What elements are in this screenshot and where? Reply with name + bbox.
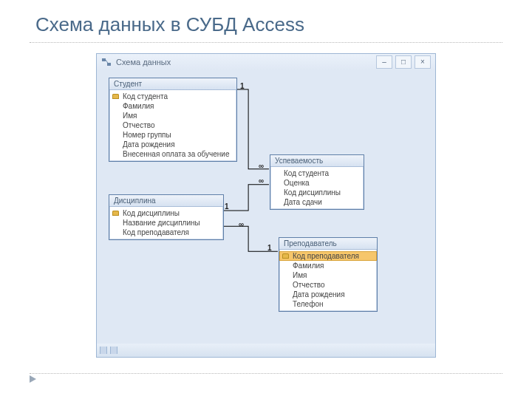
table-field[interactable]: Название дисциплины [109,218,223,228]
table-field[interactable]: Отчество [109,120,236,130]
relationships-window: Схема данных – □ × 1 ∞ 1 ∞ ∞ 1 Студент К… [96,53,436,358]
cardinality-infinity-icon: ∞ [239,220,244,228]
maximize-button[interactable]: □ [395,55,412,69]
table-header[interactable]: Успеваемость [270,155,364,167]
window-title: Схема данных [116,58,171,66]
table-grades[interactable]: Успеваемость Код студента Оценка Код дис… [270,154,364,210]
table-discipline[interactable]: Дисциплина Код дисциплины Название дисци… [109,194,224,240]
close-button[interactable]: × [415,55,431,69]
table-teacher[interactable]: Преподаватель Код преподавателя Фамилия … [279,237,378,312]
cardinality-one-icon: 1 [240,82,245,90]
relationships-icon [101,57,112,67]
table-field[interactable]: Код преподавателя [109,228,223,237]
scroll-handle-icon[interactable] [110,347,117,354]
table-field[interactable]: Фамилия [279,261,377,270]
cardinality-infinity-icon: ∞ [259,177,264,185]
field-key-icon[interactable]: Код студента [109,92,236,101]
table-field[interactable]: Оценка [270,178,364,188]
scroll-handle-icon[interactable] [100,347,107,354]
diagram-canvas: Схема данных – □ × 1 ∞ 1 ∞ ∞ 1 Студент К… [96,53,436,358]
minimize-button[interactable]: – [376,55,392,69]
table-field[interactable]: Имя [279,270,377,280]
divider-top [30,42,502,43]
table-field[interactable]: Имя [109,111,236,120]
table-field[interactable]: Номер группы [109,130,236,140]
divider-bottom [30,373,502,374]
table-field[interactable]: Код дисциплины [270,188,364,197]
table-field[interactable]: Дата сдачи [270,197,364,207]
svg-rect-0 [102,58,106,61]
table-field[interactable]: Внесенная оплата за обучение [109,149,236,159]
work-area[interactable]: 1 ∞ 1 ∞ ∞ 1 Студент Код студента Фамилия… [101,73,431,342]
table-field[interactable]: Телефон [279,299,377,309]
bullet-arrow-icon [30,375,36,383]
table-field[interactable]: Код студента [270,168,364,178]
table-field[interactable]: Дата рождения [279,290,377,299]
slide-title: Схема данных в СУБД Access [0,0,532,42]
statusbar [97,344,435,357]
field-key-icon[interactable]: Код дисциплины [109,208,223,218]
titlebar: Схема данных – □ × [97,54,435,70]
table-header[interactable]: Студент [109,78,236,90]
cardinality-one-icon: 1 [225,202,229,211]
table-field[interactable]: Фамилия [109,101,236,111]
table-header[interactable]: Преподаватель [279,238,377,250]
table-student[interactable]: Студент Код студента Фамилия Имя Отчеств… [109,78,237,162]
cardinality-one-icon: 1 [267,244,272,252]
table-field[interactable]: Отчество [279,280,377,290]
cardinality-infinity-icon: ∞ [259,162,264,170]
table-field[interactable]: Дата рождения [109,140,236,149]
table-header[interactable]: Дисциплина [109,195,223,207]
field-key-icon[interactable]: Код преподавателя [279,251,377,261]
